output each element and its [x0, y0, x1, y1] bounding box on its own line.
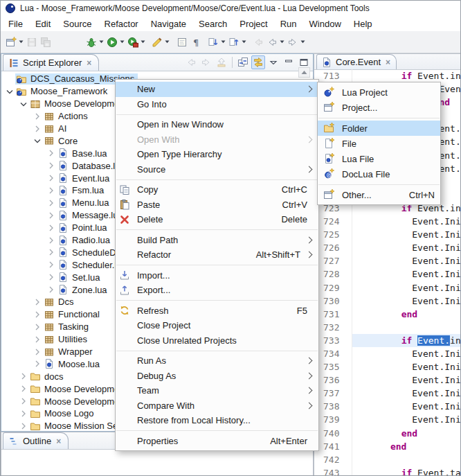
menu-item-project[interactable]: Project... — [318, 100, 440, 115]
tab-outline[interactable]: Outline × — [3, 432, 69, 449]
menu-item-new[interactable]: New — [116, 82, 318, 97]
code-line[interactable]: 733 if Event.initiator then — [314, 334, 461, 347]
new-button[interactable] — [4, 34, 25, 51]
chevron-collapsed-icon[interactable] — [32, 297, 43, 308]
chevron-collapsed-icon[interactable] — [46, 185, 57, 196]
dropdown-arrow-icon[interactable] — [120, 40, 125, 44]
debug-button[interactable] — [84, 34, 105, 51]
chevron-expanded-icon[interactable] — [32, 135, 43, 146]
menu-item-compare-with[interactable]: Compare With — [116, 398, 318, 414]
chevron-collapsed-icon[interactable] — [46, 284, 57, 295]
code-line[interactable]: 739 Event.IniDCSGroupName = Event.IniDCS… — [314, 413, 461, 426]
code-line[interactable]: 737 Event.IniUnit = UNIT:FindByName( Eve… — [314, 387, 461, 400]
menu-item-go-into[interactable]: Go Into — [116, 97, 318, 112]
link-with-editor-button[interactable] — [251, 55, 265, 69]
menu-item-refactor[interactable]: RefactorAlt+Shift+T — [116, 247, 318, 263]
menu-item-other[interactable]: Other...Ctrl+N — [318, 187, 440, 202]
chevron-collapsed-icon[interactable] — [32, 123, 43, 134]
menu-item-open-with[interactable]: Open With — [116, 132, 318, 148]
dropdown-arrow-icon[interactable] — [280, 40, 284, 44]
dropdown-arrow-icon[interactable] — [141, 40, 145, 44]
menu-item-run-as[interactable]: Run As — [116, 353, 318, 369]
close-icon[interactable]: × — [87, 58, 91, 68]
menu-item-debug-as[interactable]: Debug As — [116, 369, 318, 384]
menu-item-lua-project[interactable]: Lua Project — [318, 85, 440, 100]
menu-item-paste[interactable]: PasteCtrl+V — [116, 197, 318, 213]
code-line[interactable]: 726 Event.IniUnitName = Event.IniDCSUnit… — [314, 241, 461, 254]
menu-item-copy[interactable]: CopyCtrl+C — [116, 182, 318, 197]
code-line[interactable]: 724 Event.IniDCSUnit = Event.initiator — [314, 215, 461, 228]
dropdown-arrow-icon[interactable] — [99, 40, 104, 44]
tree-scrollbar-up-button[interactable] — [298, 67, 310, 78]
chevron-collapsed-icon[interactable] — [32, 321, 43, 333]
external-tools-button[interactable] — [126, 34, 147, 51]
back-button[interactable] — [265, 34, 286, 51]
chevron-collapsed-icon[interactable] — [46, 210, 57, 221]
dropdown-arrow-icon[interactable] — [242, 40, 246, 44]
code-line[interactable]: 734 Event.IniDCSUnit = Event.initiator — [314, 347, 461, 360]
highlighter-button[interactable] — [150, 34, 171, 51]
menu-item-file[interactable]: File — [318, 136, 440, 151]
close-icon[interactable]: × — [386, 58, 390, 67]
minimize-button[interactable] — [282, 55, 296, 69]
code-line[interactable]: 742 — [314, 453, 461, 466]
menu-item-lua-file[interactable]: Lua File — [318, 151, 440, 166]
previous-annotation-button[interactable] — [227, 34, 248, 51]
menubar-item-window[interactable]: Window — [303, 17, 347, 30]
chevron-collapsed-icon[interactable] — [32, 309, 43, 320]
code-line[interactable]: 728 Event.IniDCSGroup = Event.IniDCSUnit… — [314, 267, 461, 281]
chevron-collapsed-icon[interactable] — [46, 272, 57, 283]
chevron-collapsed-icon[interactable] — [46, 173, 57, 184]
chevron-expanded-icon[interactable] — [4, 86, 15, 97]
menu-item-doclua-file[interactable]: @DocLua File — [318, 166, 440, 182]
menubar-item-file[interactable]: File — [2, 17, 29, 30]
code-line[interactable]: 730 Event.IniGroupName = Event.IniDCSGro… — [314, 294, 461, 308]
chevron-collapsed-icon[interactable] — [46, 160, 57, 171]
tab-script-explorer[interactable]: Script Explorer × — [3, 54, 99, 71]
code-line[interactable]: 743 if Event.target then — [314, 466, 461, 476]
chevron-collapsed-icon[interactable] — [32, 358, 43, 369]
menu-item-delete[interactable]: DeleteDelete — [116, 212, 318, 227]
run-button[interactable] — [105, 34, 126, 51]
menubar-item-help[interactable]: Help — [347, 17, 379, 30]
menu-item-export[interactable]: Export... — [116, 283, 318, 298]
code-line[interactable]: 731 end — [314, 308, 461, 321]
menubar-item-navigate[interactable]: Navigate — [145, 17, 192, 30]
chevron-collapsed-icon[interactable] — [18, 396, 29, 407]
dropdown-arrow-icon[interactable] — [19, 40, 24, 44]
chevron-expanded-icon[interactable] — [18, 98, 29, 109]
menubar-item-search[interactable]: Search — [192, 17, 233, 30]
chevron-collapsed-icon[interactable] — [46, 222, 57, 233]
menu-item-import[interactable]: Import... — [116, 268, 318, 283]
menu-item-properties[interactable]: PropertiesAlt+Enter — [116, 434, 318, 449]
menubar-item-project[interactable]: Project — [233, 17, 273, 30]
chevron-collapsed-icon[interactable] — [18, 421, 29, 431]
menubar-item-source[interactable]: Source — [57, 17, 98, 30]
mark-occurrences-button[interactable] — [175, 34, 189, 51]
menu-item-close-project[interactable]: Close Project — [116, 318, 318, 333]
dropdown-arrow-icon[interactable] — [165, 40, 170, 44]
view-menu-button[interactable] — [266, 55, 280, 69]
code-line[interactable]: 736 Event.IniUnitName = Event.IniDCSUnit… — [314, 373, 461, 387]
code-line[interactable]: 741 end — [314, 440, 461, 453]
menu-item-team[interactable]: Team — [116, 383, 318, 398]
chevron-collapsed-icon[interactable] — [32, 346, 43, 358]
chevron-collapsed-icon[interactable] — [18, 371, 29, 382]
code-line[interactable]: 732 — [314, 321, 461, 334]
menu-item-folder[interactable]: Folder — [318, 121, 440, 136]
tab-core-event[interactable]: Core.Event × — [316, 54, 397, 69]
chevron-collapsed-icon[interactable] — [46, 247, 57, 258]
chevron-collapsed-icon[interactable] — [18, 408, 29, 419]
code-line[interactable]: 727 Event.IniUnit = UNIT:FindByName( Eve… — [314, 254, 461, 267]
chevron-collapsed-icon[interactable] — [46, 259, 57, 270]
menubar-item-refactor[interactable]: Refactor — [98, 17, 145, 30]
chevron-collapsed-icon[interactable] — [46, 235, 57, 246]
chevron-collapsed-icon[interactable] — [32, 334, 43, 345]
chevron-collapsed-icon[interactable] — [46, 197, 57, 209]
menu-item-close-unrelated-projects[interactable]: Close Unrelated Projects — [116, 333, 318, 349]
next-annotation-button[interactable] — [206, 34, 227, 51]
collapse-all-button[interactable] — [236, 55, 250, 69]
close-icon[interactable]: × — [56, 437, 61, 446]
code-line[interactable]: 735 Event.IniDCSUnitName = Event.IniDCSU… — [314, 360, 461, 373]
chevron-collapsed-icon[interactable] — [18, 383, 29, 394]
